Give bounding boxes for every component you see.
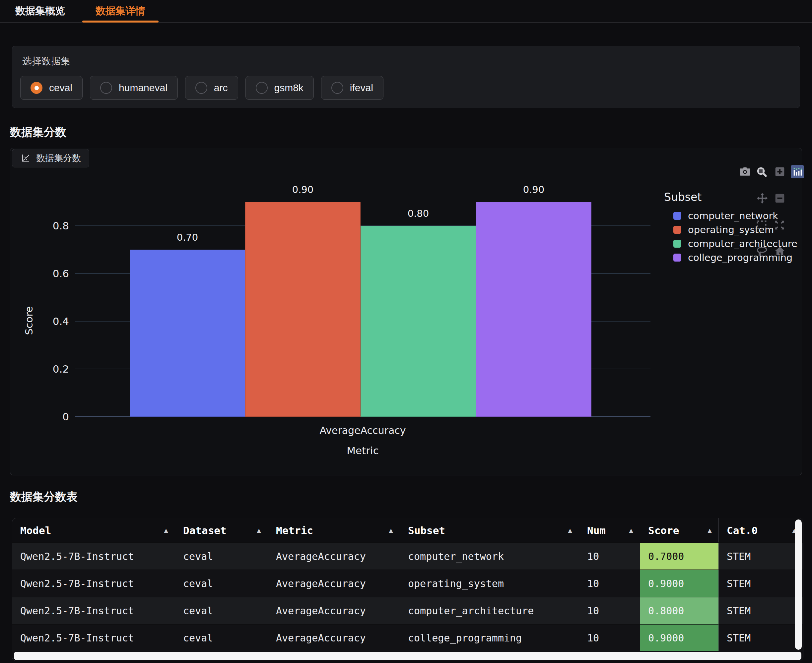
col-label: Metric <box>276 524 313 536</box>
y-axis-title: Score <box>23 288 36 354</box>
tab-dataset-details[interactable]: 数据集详情 <box>80 0 160 22</box>
cell-score: 0.7000 <box>640 542 718 569</box>
sort-arrow-icon[interactable]: ▲ <box>708 526 712 534</box>
horizontal-scrollbar[interactable] <box>14 652 801 660</box>
cell-score: 0.9000 <box>640 569 718 597</box>
vertical-scrollbar[interactable] <box>795 519 802 650</box>
bar-value-label: 0.70 <box>130 232 245 243</box>
radio-circle <box>331 82 343 94</box>
radio-ceval[interactable]: ceval <box>20 76 83 100</box>
cell-score: 0.9000 <box>640 624 718 651</box>
y-tick-label: 0.8 <box>23 219 69 232</box>
dataset-radio-group: ceval humaneval arc gsm8k ifeval <box>20 76 792 100</box>
col-header-num[interactable]: Num▲ <box>579 518 640 542</box>
legend-item-computer_network[interactable]: computer_network <box>662 209 808 223</box>
legend-swatch <box>673 240 681 247</box>
radio-circle <box>100 82 112 94</box>
cell-num: 10 <box>579 569 640 597</box>
col-label: Subset <box>408 524 445 536</box>
bar-value-label: 0.80 <box>361 208 476 219</box>
radio-ifeval[interactable]: ifeval <box>321 76 383 100</box>
cell-model: Qwen2.5-7B-Instruct <box>12 542 175 569</box>
col-header-subset[interactable]: Subset▲ <box>400 518 579 542</box>
cell-model: Qwen2.5-7B-Instruct <box>12 597 175 624</box>
reset-home-icon[interactable] <box>773 245 786 258</box>
scores-section-heading: 数据集分数 <box>10 125 812 139</box>
bar-value-label: 0.90 <box>476 184 592 195</box>
legend-item-operating_system[interactable]: operating_system <box>662 223 808 237</box>
sort-arrow-icon[interactable]: ▲ <box>164 526 168 534</box>
radio-label: arc <box>214 82 228 94</box>
y-tick-label: 0.6 <box>23 267 69 280</box>
col-label: Dataset <box>183 524 227 536</box>
cell-subset: college_programming <box>400 624 579 651</box>
radio-circle <box>195 82 207 94</box>
cell-metric: AverageAccuracy <box>268 624 400 651</box>
cell-score: 0.8000 <box>640 597 718 624</box>
dataset-selector-panel: 选择数据集 ceval humaneval arc gsm8k ifeval <box>12 46 800 108</box>
plotly-logo-icon[interactable] <box>791 165 804 178</box>
radio-label: ceval <box>49 82 72 94</box>
cell-model: Qwen2.5-7B-Instruct <box>12 569 175 597</box>
radio-circle <box>256 82 268 94</box>
col-header-model[interactable]: Model▲ <box>12 518 175 542</box>
bar-college_programming <box>476 202 592 417</box>
scores-table: Model▲ Dataset▲ Metric▲ Subset▲ Num▲ Sco… <box>12 518 803 661</box>
horizontal-scrollbar-track <box>12 651 803 661</box>
radio-gsm8k[interactable]: gsm8k <box>245 76 314 100</box>
sort-arrow-icon[interactable]: ▲ <box>257 526 261 534</box>
col-header-dataset[interactable]: Dataset▲ <box>175 518 268 542</box>
cell-subset: computer_network <box>400 542 579 569</box>
radio-circle <box>31 82 42 94</box>
lasso-icon[interactable] <box>755 245 769 258</box>
radio-label: humaneval <box>119 82 167 94</box>
col-header-score[interactable]: Score▲ <box>640 518 718 542</box>
sort-arrow-icon[interactable]: ▲ <box>389 526 393 534</box>
sort-arrow-icon[interactable]: ▲ <box>568 526 572 534</box>
chart-title-chip: 数据集分数 <box>12 149 89 167</box>
tab-bar: 数据集概览 数据集详情 <box>0 0 812 23</box>
col-label: Model <box>20 524 51 536</box>
cell-metric: AverageAccuracy <box>268 597 400 624</box>
radio-arc[interactable]: arc <box>185 76 238 100</box>
cell-cat0: STEM <box>718 569 803 597</box>
app-root: 数据集概览 数据集详情 选择数据集 ceval humaneval arc gs… <box>0 0 812 663</box>
radio-label: ifeval <box>350 82 373 94</box>
col-label: Score <box>648 524 679 536</box>
cell-metric: AverageAccuracy <box>268 569 400 597</box>
y-tick-label: 0.2 <box>23 362 69 375</box>
legend-swatch <box>673 254 681 262</box>
sort-arrow-icon[interactable]: ▲ <box>629 526 633 534</box>
chart-chip-label: 数据集分数 <box>36 152 81 164</box>
cell-subset: computer_architecture <box>400 597 579 624</box>
cell-model: Qwen2.5-7B-Instruct <box>12 624 175 651</box>
cell-cat0: STEM <box>718 597 803 624</box>
bar-value-label: 0.90 <box>245 184 361 195</box>
cell-dataset: ceval <box>175 597 268 624</box>
box-select-icon[interactable] <box>755 218 768 232</box>
cell-metric: AverageAccuracy <box>268 542 400 569</box>
tab-label: 数据集概览 <box>15 4 65 18</box>
zoom-in-icon[interactable] <box>773 165 786 178</box>
pan-icon[interactable] <box>755 192 769 205</box>
x-axis-title: Metric <box>263 445 462 456</box>
chart-panel: 数据集分数 00.20.40.60.80.700.900.800.90Avera… <box>10 148 802 475</box>
bar-operating_system <box>245 202 361 417</box>
cell-cat0: STEM <box>718 542 803 569</box>
cell-cat0: STEM <box>718 624 803 651</box>
cell-dataset: ceval <box>175 624 268 651</box>
legend-swatch <box>673 226 681 234</box>
autoscale-icon[interactable] <box>773 218 786 232</box>
table-section-heading: 数据集分数表 <box>10 490 812 503</box>
col-label: Num <box>587 524 606 536</box>
col-header-metric[interactable]: Metric▲ <box>268 518 400 542</box>
zoom-icon[interactable] <box>755 165 768 178</box>
bar-computer_architecture <box>361 226 476 417</box>
zoom-out-icon[interactable] <box>773 192 786 205</box>
tab-dataset-overview[interactable]: 数据集概览 <box>0 0 80 22</box>
radio-humaneval[interactable]: humaneval <box>90 76 178 100</box>
camera-icon[interactable] <box>738 165 752 178</box>
cell-subset: operating_system <box>400 569 579 597</box>
col-header-cat0[interactable]: Cat.0▲ <box>718 518 803 542</box>
cell-dataset: ceval <box>175 542 268 569</box>
